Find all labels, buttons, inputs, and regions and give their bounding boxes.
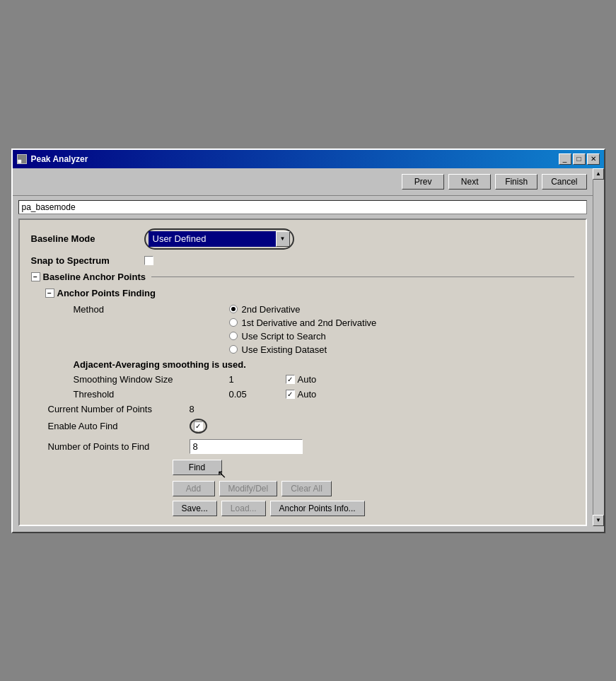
smoothing-auto-checkbox[interactable] (286, 375, 295, 384)
baseline-anchor-points-header: − Baseline Anchor Points (31, 272, 574, 282)
baseline-mode-value: User Defined (149, 231, 276, 247)
radio-use-script-btn[interactable] (229, 332, 238, 340)
action-buttons-row: Add Modify/Del Clear All (173, 481, 574, 496)
radio-use-existing-label: Use Existing Dataset (242, 344, 327, 355)
bottom-buttons-row: Save... Load... Anchor Points Info... (173, 501, 574, 516)
current-number-of-points-label: Current Number of Points (48, 404, 190, 414)
prev-button[interactable]: Prev (402, 174, 444, 190)
smoothing-window-size-label: Smoothing Window Size (74, 374, 229, 385)
baseline-mode-dropdown-btn[interactable]: ▼ (276, 231, 290, 247)
smoothing-note: Adjacent-Averaging smoothing is used. (74, 359, 574, 370)
cancel-button[interactable]: Cancel (542, 174, 586, 190)
baseline-anchor-expand-btn[interactable]: − (31, 272, 40, 281)
window-title: Peak Analyzer (31, 154, 88, 164)
baseline-mode-row: Baseline Mode User Defined ▼ (31, 228, 574, 250)
snap-to-spectrum-checkbox[interactable] (144, 256, 153, 265)
load-button[interactable]: Load... (221, 501, 266, 516)
threshold-auto-check[interactable]: Auto (286, 389, 317, 400)
radio-use-script[interactable]: Use Script to Search (229, 331, 377, 342)
anchor-points-info-button[interactable]: Anchor Points Info... (270, 501, 365, 516)
current-number-of-points-value: 8 (190, 404, 194, 414)
anchor-points-finding-section: − Anchor Points Finding Method 2nd Deriv… (45, 288, 574, 400)
anchor-points-expand-btn[interactable]: − (45, 289, 54, 298)
radio-2nd-derivative[interactable]: 2nd Derivative (229, 304, 377, 315)
smoothing-window-size-value: 1 (229, 374, 286, 385)
baseline-mode-circle: User Defined ▼ (144, 228, 294, 250)
method-label: Method (74, 304, 229, 315)
anchor-points-finding-header: − Anchor Points Finding (45, 288, 574, 298)
radio-1st-2nd-derivative-btn[interactable] (229, 318, 238, 327)
minimize-button[interactable]: _ (559, 153, 571, 165)
radio-1st-2nd-derivative-label: 1st Derivative and 2nd Derivative (242, 318, 377, 328)
toolbar: Prev Next Finish Cancel (13, 168, 593, 196)
enable-auto-find-row: Enable Auto Find (31, 419, 574, 433)
threshold-auto-label: Auto (298, 389, 317, 400)
find-btn-wrapper: Find ↖ (173, 460, 222, 475)
snap-to-spectrum-label: Snap to Spectrum (31, 255, 144, 266)
modify-del-button[interactable]: Modify/Del (219, 481, 278, 496)
scroll-up-button[interactable]: ▲ (593, 168, 604, 180)
threshold-row: Threshold 0.05 Auto (45, 389, 574, 400)
radio-1st-2nd-derivative[interactable]: 1st Derivative and 2nd Derivative (229, 318, 377, 328)
next-button[interactable]: Next (448, 174, 491, 190)
maximize-button[interactable]: □ (573, 153, 586, 165)
method-radio-group: 2nd Derivative 1st Derivative and 2nd De… (229, 304, 377, 355)
window-icon: ■ (17, 154, 27, 164)
radio-use-existing-btn[interactable] (229, 345, 238, 354)
smoothing-window-size-row: Smoothing Window Size 1 Auto (45, 374, 574, 385)
number-of-points-to-find-label: Number of Points to Find (48, 441, 190, 452)
radio-2nd-derivative-btn[interactable] (229, 305, 238, 313)
content-area: Baseline Mode User Defined ▼ Snap to Spe… (18, 219, 587, 526)
close-button[interactable]: ✕ (587, 153, 600, 165)
finish-button[interactable]: Finish (495, 174, 537, 190)
enable-auto-find-label: Enable Auto Find (48, 421, 190, 431)
number-of-points-to-find-row: Number of Points to Find (31, 439, 574, 454)
current-number-of-points-row: Current Number of Points 8 (31, 404, 574, 414)
find-row: Find ↖ (173, 460, 574, 475)
method-row: Method 2nd Derivative 1st Derivative and… (45, 304, 574, 355)
smoothing-auto-check[interactable]: Auto (286, 374, 317, 385)
threshold-auto-checkbox[interactable] (286, 390, 295, 399)
threshold-value: 0.05 (229, 389, 286, 400)
add-button[interactable]: Add (173, 481, 215, 496)
radio-2nd-derivative-label: 2nd Derivative (242, 304, 301, 315)
baseline-mode-label: Baseline Mode (31, 233, 144, 244)
enable-auto-find-checkbox[interactable] (194, 421, 203, 431)
title-bar: ■ Peak Analyzer _ □ ✕ (13, 150, 604, 168)
enable-auto-find-circle (190, 419, 207, 433)
find-button[interactable]: Find (173, 460, 222, 475)
snap-to-spectrum-row: Snap to Spectrum (31, 255, 574, 266)
scroll-down-button[interactable]: ▼ (593, 515, 604, 526)
radio-use-script-label: Use Script to Search (242, 331, 326, 342)
smoothing-auto-label: Auto (298, 374, 317, 385)
threshold-label: Threshold (74, 389, 229, 400)
baseline-mode-select-wrapper[interactable]: User Defined ▼ (149, 231, 290, 247)
baseline-anchor-points-section: − Baseline Anchor Points − Anchor Points… (31, 272, 574, 400)
radio-use-existing[interactable]: Use Existing Dataset (229, 344, 377, 355)
number-of-points-to-find-input[interactable] (190, 439, 303, 454)
clear-all-button[interactable]: Clear All (281, 481, 332, 496)
save-button[interactable]: Save... (173, 501, 217, 516)
path-bar: pa_basemode (18, 200, 587, 214)
